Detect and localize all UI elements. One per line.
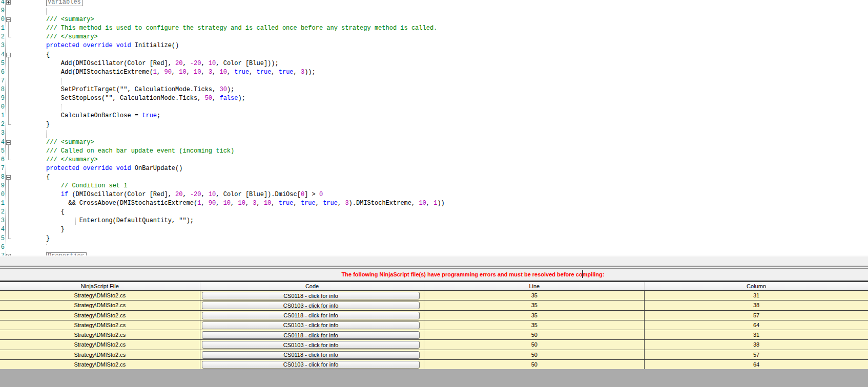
indent-guide	[46, 130, 47, 137]
fold-line	[8, 59, 9, 68]
code-text: /// </summary>	[46, 33, 98, 41]
code-line: 0 if (DMIOscillator(Color [Red], 20, -20…	[0, 190, 868, 199]
line-number: 4	[0, 226, 5, 233]
code-line: 3 EnterLong(DefaultQuantity, "");	[0, 217, 868, 225]
code-line: 5 Add(DMIOscillator(Color [Red], 20, -20…	[0, 59, 868, 68]
collapsed-region-box[interactable]: Variables	[46, 0, 83, 6]
code-line: 3	[0, 129, 868, 138]
error-table-body: Strategy\DMISto2.csCS0118 - click for in…	[0, 291, 868, 370]
cell-file: Strategy\DMISto2.cs	[0, 330, 200, 339]
fold-expand-icon[interactable]	[6, 0, 11, 5]
code-line: 4/// <summary>	[0, 138, 868, 147]
code-line: 5}	[0, 234, 868, 243]
code-line: 3protected override void Initialize()	[0, 41, 868, 50]
error-code-button[interactable]: CS0118 - click for info	[202, 351, 420, 359]
table-row[interactable]: Strategy\DMISto2.csCS0103 - click for in…	[0, 360, 868, 370]
code-text: /// </summary>	[46, 156, 98, 164]
fold-line	[8, 94, 9, 103]
fold-end-tick	[8, 124, 11, 125]
table-row[interactable]: Strategy\DMISto2.csCS0118 - click for in…	[0, 311, 868, 320]
line-number: 4	[0, 139, 5, 146]
cell-line: 50	[424, 360, 644, 369]
line-number: 3	[0, 42, 5, 50]
cell-column: 57	[644, 311, 868, 320]
code-line: 5/// Called on each bar update event (in…	[0, 147, 868, 156]
text-cursor	[582, 270, 583, 278]
fold-collapse-icon[interactable]	[6, 53, 11, 57]
code-text: Variables	[46, 0, 83, 6]
error-table: NinjaScript File Code Line Column Strate…	[0, 281, 868, 370]
code-line: 9 // Condition set 1	[0, 182, 868, 190]
code-text: // Condition set 1	[46, 182, 127, 190]
line-number: 9	[0, 7, 5, 15]
line-number: 9	[0, 182, 5, 190]
line-number: 3	[0, 130, 5, 137]
indent-guide	[46, 244, 47, 251]
code-text: Add(DMIStochasticExtreme(1, 90, 10, 10, …	[46, 69, 316, 76]
table-row[interactable]: Strategy\DMISto2.csCS0118 - click for in…	[0, 291, 868, 300]
cell-column: 38	[644, 300, 868, 310]
table-row[interactable]: Strategy\DMISto2.csCS0103 - click for in…	[0, 320, 868, 330]
fold-line	[8, 208, 9, 217]
line-number: 4	[0, 0, 5, 6]
fold-collapse-icon[interactable]	[6, 17, 11, 22]
line-number: 7	[0, 165, 5, 173]
fold-end-tick	[8, 239, 11, 239]
cell-file: Strategy\DMISto2.cs	[0, 350, 200, 359]
code-text: {	[46, 208, 65, 216]
line-number: 6	[0, 156, 5, 164]
column-header-column: Column	[644, 282, 868, 290]
table-row[interactable]: Strategy\DMISto2.csCS0103 - click for in…	[0, 340, 868, 350]
code-text: EnterLong(DefaultQuantity, "");	[46, 217, 194, 225]
table-row[interactable]: Strategy\DMISto2.csCS0118 - click for in…	[0, 350, 868, 360]
fold-collapse-icon[interactable]	[6, 175, 11, 180]
indent-guide	[61, 104, 61, 111]
fold-expand-icon[interactable]	[6, 254, 11, 255]
code-line: 2}	[0, 120, 868, 129]
error-code-button[interactable]: CS0118 - click for info	[202, 292, 420, 299]
line-number: 2	[0, 33, 5, 41]
line-number: 1	[0, 112, 5, 120]
line-number: 5	[0, 147, 5, 155]
code-line: 1 CalculateOnBarClose = true;	[0, 112, 868, 120]
fold-line	[8, 199, 9, 208]
column-header-line: Line	[424, 282, 644, 290]
code-line: 4 }	[0, 225, 868, 234]
code-text: }	[46, 226, 65, 233]
error-code-button[interactable]: CS0103 - click for info	[202, 341, 420, 349]
code-editor[interactable]: 4Variables90/// <summary>1/// This metho…	[0, 0, 868, 255]
code-text: /// Called on each bar update event (inc…	[46, 147, 234, 155]
code-text: Add(DMIOscillator(Color [Red], 20, -20, …	[46, 60, 279, 68]
cell-file: Strategy\DMISto2.cs	[0, 320, 200, 330]
line-number: 2	[0, 208, 5, 216]
code-text: protected override void OnBarUpdate()	[46, 165, 182, 173]
code-line: 0/// <summary>	[0, 15, 868, 24]
splitter-handle[interactable]	[0, 266, 868, 269]
code-line: 7Properties	[0, 252, 868, 255]
line-number: 2	[0, 121, 5, 128]
code-line: 2 {	[0, 208, 868, 217]
cell-line: 35	[424, 320, 644, 330]
code-text: /// <summary>	[46, 139, 94, 146]
table-row[interactable]: Strategy\DMISto2.csCS0103 - click for in…	[0, 300, 868, 310]
fold-line	[8, 225, 9, 234]
cell-column: 31	[644, 291, 868, 300]
cell-code: CS0118 - click for info	[200, 330, 424, 339]
error-code-button[interactable]: CS0103 - click for info	[202, 321, 420, 329]
cell-column: 38	[644, 340, 868, 349]
line-number: 3	[0, 217, 5, 225]
line-number: 6	[0, 244, 5, 251]
line-number: 1	[0, 25, 5, 32]
table-row[interactable]: Strategy\DMISto2.csCS0118 - click for in…	[0, 330, 868, 340]
cell-line: 35	[424, 311, 644, 320]
line-number: 6	[0, 69, 5, 76]
code-text: protected override void Initialize()	[46, 42, 179, 50]
code-line: 2/// </summary>	[0, 33, 868, 41]
error-message: The following NinjaScript file(s) have p…	[342, 271, 605, 277]
error-code-button[interactable]: CS0103 - click for info	[202, 361, 420, 369]
error-code-button[interactable]: CS0118 - click for info	[202, 312, 420, 319]
code-line: 6 Add(DMIStochasticExtreme(1, 90, 10, 10…	[0, 68, 868, 77]
error-code-button[interactable]: CS0118 - click for info	[202, 331, 420, 339]
fold-collapse-icon[interactable]	[6, 140, 11, 145]
error-code-button[interactable]: CS0103 - click for info	[202, 302, 420, 309]
